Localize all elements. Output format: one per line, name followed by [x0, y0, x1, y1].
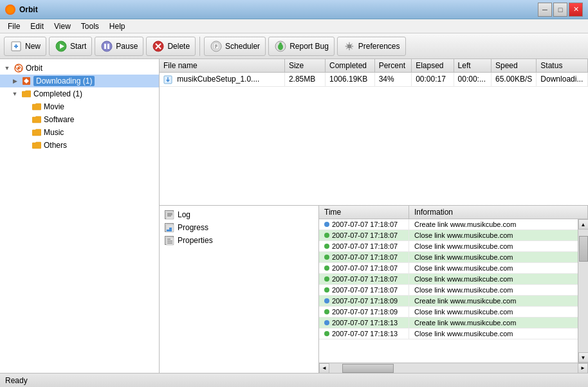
log-label: Log [178, 210, 190, 219]
hscroll-right-arrow[interactable]: ► [578, 363, 588, 374]
info-row-10[interactable]: 2007-07-07 17:18:13Close link www.musikc… [319, 328, 578, 339]
delete-button[interactable]: Delete [146, 37, 196, 56]
report-bug-icon [274, 40, 287, 53]
info-row-1[interactable]: 2007-07-07 17:18:07Close link www.musikc… [319, 230, 578, 241]
scheduler-button[interactable]: Scheduler [204, 37, 266, 56]
sidebar-item-orbit[interactable]: ▼ Orbit [0, 62, 159, 75]
sidebar-item-movie[interactable]: Movie [0, 100, 159, 113]
col-completed: Completed [325, 59, 374, 73]
info-row-6[interactable]: 2007-07-07 17:18:07Close link www.musikc… [319, 285, 578, 296]
info-time-4: 2007-07-07 17:18:07 [319, 263, 409, 273]
col-percent: Percent [374, 59, 412, 73]
preferences-button[interactable]: Preferences [337, 37, 406, 56]
info-info-2: Close link www.musikcube.com [409, 241, 578, 251]
scroll-down-arrow[interactable]: ▼ [578, 352, 589, 363]
file-percent-cell: 34% [374, 73, 412, 87]
sidebar-item-downloading[interactable]: ▶ Downloading (1) [0, 75, 159, 87]
menu-edit[interactable]: Edit [25, 21, 49, 32]
info-row-9[interactable]: 2007-07-07 17:18:13Create link www.musik… [319, 318, 578, 328]
title-bar: Orbit ─ □ ✕ [0, 0, 588, 19]
info-header: Time Information [319, 206, 588, 219]
col-size: Size [284, 59, 325, 73]
hscroll-track[interactable] [329, 363, 578, 374]
software-expand-icon [21, 115, 30, 124]
minimize-button[interactable]: ─ [538, 3, 552, 17]
movie-folder-icon [32, 102, 42, 112]
pause-button[interactable]: Pause [95, 37, 143, 56]
log-item-log[interactable]: Log [160, 208, 318, 221]
scroll-up-arrow[interactable]: ▲ [578, 219, 589, 230]
new-button[interactable]: New [4, 37, 46, 56]
info-row-5[interactable]: 2007-07-07 17:18:07Close link www.musikc… [319, 274, 578, 285]
sidebar-item-music[interactable]: Music [0, 126, 159, 139]
info-row-7[interactable]: 2007-07-07 17:18:09Create link www.musik… [319, 296, 578, 307]
movie-label: Movie [44, 102, 64, 111]
info-dot-5 [324, 276, 329, 282]
svg-point-18 [279, 42, 282, 45]
right-panel: File name Size Completed Percent Elapsed… [160, 59, 588, 373]
info-col-header: Information [409, 206, 588, 219]
sidebar-item-completed[interactable]: ▼ Completed (1) [0, 87, 159, 100]
file-speed-cell: 65.00KB/S [491, 73, 536, 87]
info-info-9: Create link www.musikcube.com [409, 318, 578, 328]
scheduler-icon [210, 40, 223, 53]
orbit-label: Orbit [26, 64, 42, 73]
completed-label: Completed (1) [33, 89, 82, 98]
info-time-0: 2007-07-07 17:18:07 [319, 219, 409, 230]
bottom-panels: Log Progress [160, 206, 588, 373]
info-rows[interactable]: 2007-07-07 17:18:07Create link www.musik… [319, 219, 578, 363]
info-panel: Time Information 2007-07-07 17:18:07Crea… [319, 206, 588, 373]
info-hscroll: ◄ ► [319, 363, 588, 373]
others-label: Others [44, 141, 67, 150]
info-row-4[interactable]: 2007-07-07 17:18:07Close link www.musikc… [319, 263, 578, 274]
info-dot-8 [324, 309, 329, 314]
window-title: Orbit [19, 5, 537, 14]
completed-expand-icon: ▼ [10, 89, 19, 98]
start-button[interactable]: Start [49, 37, 92, 56]
info-row-2[interactable]: 2007-07-07 17:18:07Close link www.musikc… [319, 241, 578, 252]
scroll-track[interactable] [578, 230, 589, 352]
status-bar: Ready [0, 373, 588, 387]
info-info-3: Close link www.musikcube.com [409, 252, 578, 262]
menu-help[interactable]: Help [104, 21, 131, 32]
info-dot-6 [324, 287, 329, 292]
sidebar-item-software[interactable]: Software [0, 113, 159, 126]
menu-bar: File Edit View Tools Help [0, 19, 588, 33]
log-item-properties[interactable]: Properties [160, 234, 318, 247]
info-time-10: 2007-07-07 17:18:13 [319, 328, 409, 339]
info-row-0[interactable]: 2007-07-07 17:18:07Create link www.musik… [319, 219, 578, 230]
menu-tools[interactable]: Tools [76, 21, 104, 32]
close-button[interactable]: ✕ [569, 3, 583, 17]
properties-icon [165, 236, 174, 245]
sidebar-item-others[interactable]: Others [0, 139, 159, 152]
info-row-3[interactable]: 2007-07-07 17:18:07Close link www.musikc… [319, 252, 578, 263]
col-elapsed: Elapsed [412, 59, 454, 73]
download-row-0[interactable]: musikCubeSetup_1.0.... 2.85MB 1006.19KB … [160, 73, 588, 87]
col-speed: Speed [491, 59, 536, 73]
download-table[interactable]: File name Size Completed Percent Elapsed… [160, 59, 588, 206]
log-item-progress[interactable]: Progress [160, 221, 318, 234]
info-info-10: Close link www.musikcube.com [409, 328, 578, 339]
pause-label: Pause [116, 42, 138, 51]
app-icon [5, 4, 15, 15]
info-dot-7 [324, 298, 329, 303]
info-scrollbar: ▲ ▼ [578, 219, 588, 363]
hscroll-left-arrow[interactable]: ◄ [319, 363, 329, 374]
hscroll-thumb[interactable] [342, 364, 394, 373]
movie-expand-icon [21, 102, 30, 111]
properties-label: Properties [178, 236, 213, 245]
info-info-1: Close link www.musikcube.com [409, 230, 578, 240]
time-col-header: Time [319, 206, 409, 219]
info-time-6: 2007-07-07 17:18:07 [319, 285, 409, 295]
menu-file[interactable]: File [3, 21, 25, 32]
info-row-8[interactable]: 2007-07-07 17:18:09Close link www.musikc… [319, 307, 578, 318]
report-bug-button[interactable]: Report Bug [268, 37, 335, 56]
maximize-button[interactable]: □ [553, 3, 567, 17]
start-label: Start [70, 42, 86, 51]
menu-view[interactable]: View [49, 21, 76, 32]
software-folder-icon [32, 114, 42, 125]
start-icon [55, 40, 68, 53]
col-left: Left [454, 59, 491, 73]
scroll-thumb[interactable] [579, 236, 588, 262]
file-elapsed-cell: 00:00:17 [412, 73, 454, 87]
